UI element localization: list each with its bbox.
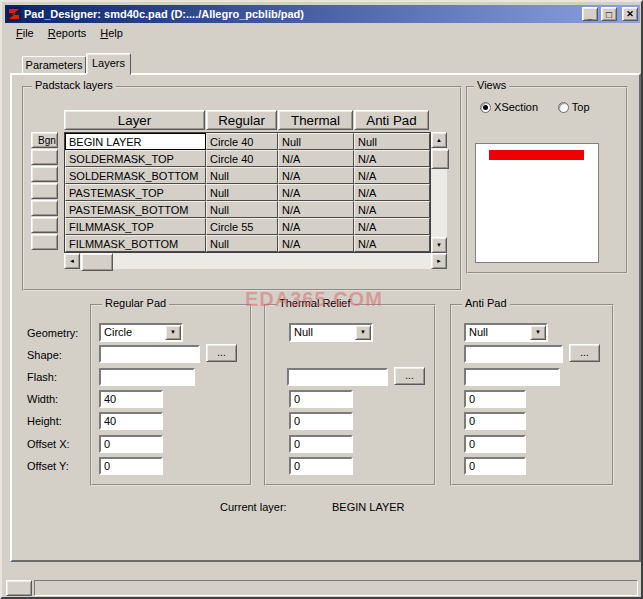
regular-pad-legend: Regular Pad [102, 297, 169, 310]
cell-thermal-relief[interactable]: N/A [278, 235, 354, 252]
scroll-left-icon[interactable]: ◄ [64, 253, 80, 269]
menu-file[interactable]: File [9, 25, 41, 41]
cell-layer[interactable]: FILMMASK_BOTTOM [65, 235, 206, 252]
cell-layer[interactable]: SOLDERMASK_BOTTOM [65, 167, 206, 184]
chevron-down-icon[interactable]: ▼ [165, 325, 181, 340]
regular-width-input[interactable] [99, 390, 163, 408]
vertical-scroll-thumb[interactable] [431, 149, 449, 169]
regular-offset-x-input[interactable] [99, 435, 163, 453]
radio-top-label[interactable]: Top [572, 101, 590, 113]
maximize-button[interactable]: □ [601, 7, 617, 21]
xsection-preview [475, 143, 599, 263]
menu-help[interactable]: Help [93, 25, 130, 41]
cell-layer[interactable]: PASTEMASK_BOTTOM [65, 201, 206, 218]
row-button[interactable] [31, 200, 58, 216]
label-offset-x: Offset X: [27, 437, 70, 451]
header-thermal-relief[interactable]: Thermal Relief [278, 110, 353, 130]
table-row: PASTEMASK_BOTTOM Null N/A N/A [65, 201, 430, 218]
header-regular-pad[interactable]: Regular Pad [206, 110, 277, 130]
anti-height-input[interactable] [464, 412, 526, 430]
row-button[interactable] [31, 217, 58, 233]
label-width: Width: [27, 392, 58, 406]
cell-anti-pad[interactable]: N/A [354, 150, 430, 167]
thermal-geometry-dropdown[interactable]: Null ▼ [289, 323, 373, 342]
horizontal-scroll-thumb[interactable] [81, 253, 113, 271]
regular-shape-input[interactable] [99, 345, 200, 363]
regular-height-input[interactable] [99, 412, 163, 430]
cell-thermal-relief[interactable]: N/A [278, 201, 354, 218]
anti-width-input[interactable] [464, 390, 526, 408]
radio-button-icon[interactable] [558, 102, 569, 113]
cell-layer[interactable]: SOLDERMASK_TOP [65, 150, 206, 167]
cell-regular-pad[interactable]: Null [206, 167, 278, 184]
row-button-bgn[interactable]: Bgn [31, 132, 58, 148]
current-layer-label: Current layer: [220, 501, 287, 513]
row-button[interactable] [31, 234, 58, 250]
radio-top[interactable]: Top [558, 101, 590, 113]
chevron-down-icon[interactable]: ▼ [355, 325, 371, 340]
anti-shape-input[interactable] [464, 345, 563, 363]
tab-layers[interactable]: Layers [86, 53, 131, 75]
cell-regular-pad[interactable]: Circle 40 [206, 133, 278, 150]
cell-regular-pad[interactable]: Null [206, 235, 278, 252]
anti-offset-y-input[interactable] [464, 457, 526, 475]
app-icon[interactable] [7, 7, 21, 21]
menu-reports[interactable]: Reports [41, 25, 94, 41]
close-button[interactable]: ✕ [622, 7, 638, 21]
minimize-button[interactable]: _ [582, 7, 598, 21]
row-button[interactable] [31, 149, 58, 165]
cell-anti-pad[interactable]: Null [354, 133, 430, 150]
cell-layer[interactable]: FILMMASK_TOP [65, 218, 206, 235]
regular-offset-y-input[interactable] [99, 457, 163, 475]
thermal-offset-y-input[interactable] [289, 457, 353, 475]
thermal-offset-x-input[interactable] [289, 435, 353, 453]
cell-regular-pad[interactable]: Null [206, 201, 278, 218]
row-button[interactable] [31, 183, 58, 199]
regular-flash-input[interactable] [99, 368, 195, 386]
header-layer[interactable]: Layer [64, 110, 205, 130]
cell-layer[interactable]: PASTEMASK_TOP [65, 184, 206, 201]
anti-flash-input[interactable] [464, 368, 560, 386]
anti-geometry-dropdown[interactable]: Null ▼ [464, 323, 548, 342]
anti-offset-x-input[interactable] [464, 435, 526, 453]
thermal-flash-input[interactable] [287, 368, 388, 386]
cell-thermal-relief[interactable]: N/A [278, 184, 354, 201]
cell-thermal-relief[interactable]: N/A [278, 218, 354, 235]
radio-button-icon[interactable] [480, 102, 491, 113]
regular-geometry-dropdown[interactable]: Circle ▼ [99, 323, 183, 342]
radio-xsection-label[interactable]: XSection [494, 101, 538, 113]
cell-anti-pad[interactable]: N/A [354, 167, 430, 184]
table-row: BEGIN LAYER Circle 40 Null Null [65, 133, 430, 150]
tab-parameters[interactable]: Parameters [22, 56, 86, 74]
table-horizontal-scrollbar[interactable]: ◄ ► [64, 253, 447, 269]
chevron-down-icon[interactable]: ▼ [530, 325, 546, 340]
cell-layer[interactable]: BEGIN LAYER [65, 133, 206, 150]
cell-regular-pad[interactable]: Circle 40 [206, 150, 278, 167]
anti-pad-legend: Anti Pad [462, 297, 510, 310]
cell-anti-pad[interactable]: N/A [354, 235, 430, 252]
regular-shape-browse-button[interactable]: ... [206, 344, 237, 362]
radio-xsection[interactable]: XSection [480, 101, 538, 113]
status-bar-button[interactable] [6, 580, 32, 596]
cell-thermal-relief[interactable]: N/A [278, 167, 354, 184]
row-button[interactable] [31, 166, 58, 182]
cell-thermal-relief[interactable]: Null [278, 133, 354, 150]
thermal-flash-browse-button[interactable]: ... [394, 367, 425, 385]
label-offset-y: Offset Y: [27, 459, 69, 473]
anti-shape-browse-button[interactable]: ... [569, 344, 600, 362]
header-anti-pad[interactable]: Anti Pad [354, 110, 429, 130]
scroll-right-icon[interactable]: ► [431, 253, 447, 269]
thermal-width-input[interactable] [289, 390, 353, 408]
thermal-height-input[interactable] [289, 412, 353, 430]
scroll-down-icon[interactable]: ▼ [431, 237, 447, 253]
cell-anti-pad[interactable]: N/A [354, 218, 430, 235]
cell-anti-pad[interactable]: N/A [354, 184, 430, 201]
scroll-up-icon[interactable]: ▲ [431, 132, 447, 148]
cell-thermal-relief[interactable]: N/A [278, 150, 354, 167]
padstack-table-header: Layer Regular Pad Thermal Relief Anti Pa… [64, 110, 429, 130]
cell-anti-pad[interactable]: N/A [354, 201, 430, 218]
table-vertical-scrollbar[interactable]: ▲ ▼ [431, 132, 447, 253]
cell-regular-pad[interactable]: Null [206, 184, 278, 201]
title-bar[interactable]: Pad_Designer: smd40c.pad (D:..../Allegro… [5, 5, 640, 23]
cell-regular-pad[interactable]: Circle 55 [206, 218, 278, 235]
